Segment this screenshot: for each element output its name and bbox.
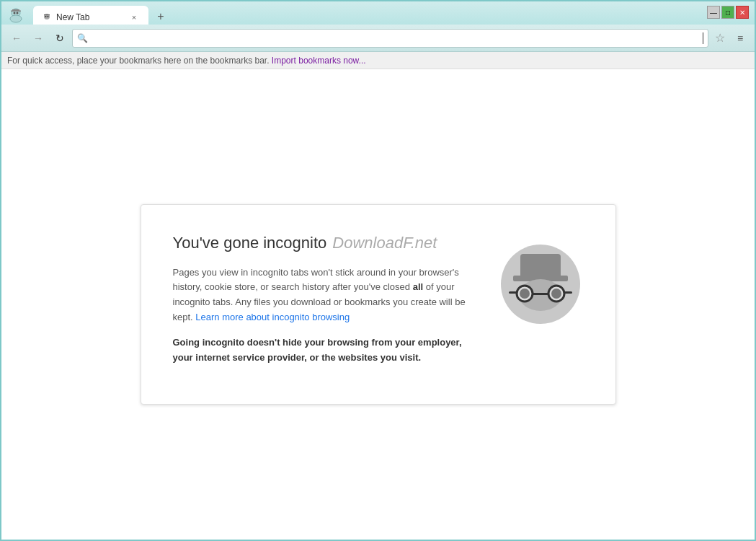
reload-button[interactable]: ↻ (50, 29, 69, 48)
active-tab[interactable]: New Tab × (33, 6, 148, 25)
bookmarks-bar-text: For quick access, place your bookmarks h… (7, 56, 270, 66)
incognito-watermark: DownloadF.net (332, 234, 437, 252)
spy-logo-icon (8, 7, 24, 23)
title-bar: New Tab × + — □ ✕ (1, 1, 755, 25)
browser-logo (6, 7, 26, 23)
incognito-card: You've gone incognito DownloadF.net Page… (141, 204, 616, 405)
svg-point-8 (48, 16, 49, 17)
close-button[interactable]: ✕ (736, 6, 749, 19)
back-button[interactable]: ← (7, 29, 26, 48)
incognito-learn-more-link[interactable]: Learn more about incognito browsing (195, 312, 350, 322)
incognito-title: You've gone incognito DownloadF.net (173, 234, 476, 252)
search-icon: 🔍 (77, 33, 88, 43)
page-content: You've gone incognito DownloadF.net Page… (1, 69, 755, 540)
import-bookmarks-link[interactable]: Import bookmarks now... (272, 56, 366, 66)
tab-close-button[interactable]: × (128, 12, 140, 23)
svg-rect-20 (564, 291, 572, 294)
minimize-button[interactable]: — (707, 6, 720, 19)
cursor (703, 32, 703, 44)
svg-point-7 (45, 16, 47, 17)
new-tab-button[interactable]: + (151, 9, 170, 25)
incognito-figure (497, 241, 584, 327)
tab-favicon-icon (42, 12, 52, 22)
svg-point-18 (551, 289, 561, 299)
incognito-p1-bold: all (413, 281, 423, 292)
tab-label: New Tab (56, 12, 89, 22)
tab-strip: New Tab × + (4, 6, 170, 25)
svg-rect-9 (44, 14, 50, 15)
svg-point-2 (14, 12, 16, 14)
maximize-button[interactable]: □ (721, 6, 734, 19)
forward-button[interactable]: → (29, 29, 48, 48)
svg-point-3 (17, 12, 19, 14)
incognito-paragraph-2: Going incognito doesn't hide your browsi… (173, 335, 476, 366)
chrome-menu-button[interactable]: ≡ (731, 30, 749, 47)
url-input[interactable] (91, 32, 700, 43)
bookmarks-bar: For quick access, place your bookmarks h… (1, 52, 755, 69)
incognito-text-area: You've gone incognito DownloadF.net Page… (173, 234, 476, 376)
browser-window: New Tab × + — □ ✕ ← → ↻ 🔍 ☆ ≡ For quick … (0, 0, 756, 541)
incognito-spy-icon (497, 241, 584, 327)
svg-point-16 (520, 289, 530, 299)
incognito-body: Pages you view in incognito tabs won't s… (173, 265, 476, 366)
incognito-paragraph-1: Pages you view in incognito tabs won't s… (173, 265, 476, 325)
incognito-p2-bold: Going incognito doesn't hide your browsi… (173, 337, 462, 363)
svg-rect-19 (509, 291, 517, 294)
address-bar[interactable]: 🔍 (72, 29, 708, 48)
incognito-heading: You've gone incognito (173, 234, 327, 252)
svg-rect-12 (520, 254, 561, 278)
bookmark-star-button[interactable]: ☆ (711, 30, 729, 47)
svg-point-1 (10, 15, 22, 22)
window-controls: — □ ✕ (707, 6, 749, 19)
svg-rect-5 (11, 11, 21, 12)
toolbar: ← → ↻ 🔍 ☆ ≡ (1, 25, 755, 52)
